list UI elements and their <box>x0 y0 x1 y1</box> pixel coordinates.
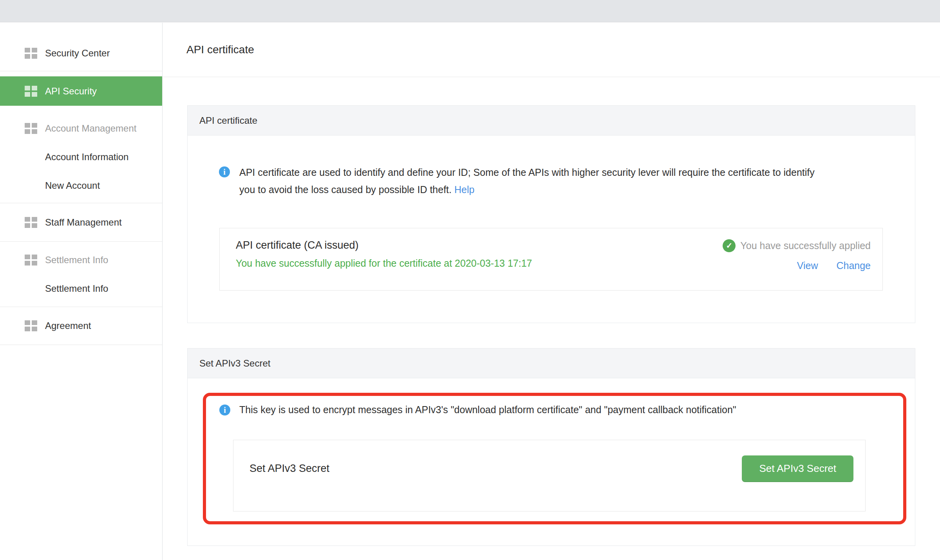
info-icon: i <box>219 405 230 415</box>
certificate-box-left: API certificate (CA issued) You have suc… <box>236 238 532 290</box>
panel-header-title: Set APIv3 Secret <box>199 358 270 369</box>
sidebar-card-staff: Staff Management <box>0 203 162 242</box>
grid-icon <box>25 48 37 59</box>
info-icon: i <box>219 166 230 177</box>
panel-api-certificate: API certificate i API certificate are us… <box>187 105 915 323</box>
api-certificate-info: i API certificate are used to identify a… <box>188 135 915 198</box>
sidebar-card-settlement: Settlement Info Settlement Info <box>0 242 162 307</box>
grid-icon <box>25 86 37 97</box>
page-header: API certificate <box>163 23 940 77</box>
sidebar-item-label: Account Information <box>45 152 128 163</box>
sidebar-item-label: API Security <box>45 86 97 97</box>
certificate-status-text: You have successfully applied <box>740 240 871 251</box>
sidebar-item-label: Settlement Info <box>45 255 108 266</box>
apiv3-info-text: This key is used to encrypt messages in … <box>239 404 736 415</box>
apiv3-secret-label: Set APIv3 Secret <box>249 462 329 475</box>
sidebar-card-security: Security Center <box>0 36 162 71</box>
panel-header-title: API certificate <box>199 115 257 126</box>
sidebar-item-label: Staff Management <box>45 217 122 228</box>
certificate-applied-text: You have successfully applied for the ce… <box>236 257 532 269</box>
certificate-title: API certificate (CA issued) <box>236 238 532 252</box>
grid-icon <box>25 255 37 266</box>
info-line-1: API certificate are used to identify and… <box>239 164 815 181</box>
grid-icon <box>25 217 37 228</box>
panel-apiv3-secret-header: Set APIv3 Secret <box>188 349 915 378</box>
api-certificate-info-text: API certificate are used to identify and… <box>239 164 815 198</box>
sidebar-item-staff-management[interactable]: Staff Management <box>0 203 162 241</box>
page: Security Center API Security Account Man… <box>0 0 940 560</box>
sidebar-item-label: New Account <box>45 180 100 191</box>
sidebar-item-label: Account Management <box>45 123 136 134</box>
certificate-box-right: ✓ You have successfully applied View Cha… <box>723 238 871 290</box>
certificate-status: ✓ You have successfully applied <box>723 239 871 252</box>
page-title: API certificate <box>186 43 254 56</box>
sidebar-item-settlement-info-group[interactable]: Settlement Info <box>0 246 162 274</box>
apiv3-secret-box: Set APIv3 Secret Set APIv3 Secret <box>233 440 866 511</box>
set-apiv3-secret-button[interactable]: Set APIv3 Secret <box>742 455 853 482</box>
panel-apiv3-secret: Set APIv3 Secret i This key is used to e… <box>187 348 915 546</box>
sidebar-item-security-center[interactable]: Security Center <box>0 36 162 71</box>
certificate-box: API certificate (CA issued) You have suc… <box>219 228 883 291</box>
check-circle-icon: ✓ <box>723 239 736 252</box>
sidebar-item-label: Security Center <box>45 48 110 59</box>
sidebar-card-account: Account Management Account Information N… <box>0 111 162 203</box>
sidebar-item-settlement-info[interactable]: Settlement Info <box>0 274 162 303</box>
change-link[interactable]: Change <box>836 260 871 271</box>
grid-icon <box>25 123 37 134</box>
info-line-2: you to avoid the loss caused by possible… <box>239 181 815 198</box>
panel-api-certificate-header: API certificate <box>188 106 915 135</box>
help-link[interactable]: Help <box>454 184 474 195</box>
view-link[interactable]: View <box>797 260 818 271</box>
apiv3-highlight-box: i This key is used to encrypt messages i… <box>203 393 906 524</box>
sidebar-item-new-account[interactable]: New Account <box>0 171 162 200</box>
sidebar-item-agreement[interactable]: Agreement <box>0 307 162 345</box>
sidebar-item-account-management[interactable]: Account Management <box>0 114 162 143</box>
sidebar-item-account-information[interactable]: Account Information <box>0 143 162 171</box>
top-bar <box>0 0 940 22</box>
sidebar-card-agreement: Agreement <box>0 307 162 345</box>
grid-icon <box>25 320 37 331</box>
sidebar-item-label: Agreement <box>45 320 91 331</box>
certificate-links: View Change <box>797 260 871 271</box>
apiv3-info: i This key is used to encrypt messages i… <box>219 404 886 415</box>
sidebar: Security Center API Security Account Man… <box>0 23 163 560</box>
sidebar-menu: Security Center API Security Account Man… <box>0 36 162 345</box>
main-content: API certificate API certificate i API ce… <box>163 23 940 560</box>
sidebar-item-label: Settlement Info <box>45 283 108 294</box>
sidebar-item-api-security[interactable]: API Security <box>0 76 162 106</box>
